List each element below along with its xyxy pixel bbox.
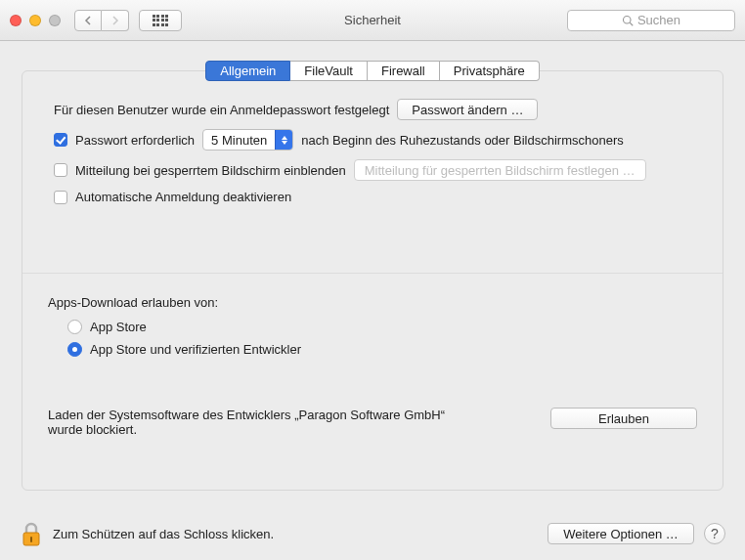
chevron-updown-icon <box>275 130 292 150</box>
help-icon: ? <box>711 526 719 541</box>
radio-identified-developers-label: App Store und verifizierten Entwickler <box>90 342 301 357</box>
search-field[interactable]: Suchen <box>567 10 735 31</box>
allow-apps-heading: Apps-Download erlauben von: <box>48 295 697 310</box>
lock-group: Zum Schützen auf das Schloss klicken. <box>20 521 274 546</box>
require-password-checkbox[interactable] <box>54 133 67 147</box>
gatekeeper-section: Apps-Download erlauben von: App Store Ap… <box>48 295 697 437</box>
lock-hint-text: Zum Schützen auf das Schloss klicken. <box>53 527 274 541</box>
lock-icon[interactable] <box>20 521 43 546</box>
search-placeholder: Suchen <box>637 13 680 27</box>
radio-identified-developers[interactable] <box>67 342 82 357</box>
tab-bar: Allgemein FileVault Firewall Privatsphär… <box>22 61 723 81</box>
allow-blocked-button[interactable]: Erlauben <box>550 408 697 429</box>
help-button[interactable]: ? <box>704 523 725 544</box>
svg-point-0 <box>623 16 631 23</box>
require-password-delay-value: 5 Minuten <box>203 133 275 148</box>
close-window-button[interactable] <box>10 15 22 26</box>
grid-icon <box>153 15 169 26</box>
tab-general[interactable]: Allgemein <box>205 61 290 81</box>
nav-back-forward <box>74 10 129 31</box>
radio-app-store-label: App Store <box>90 320 147 334</box>
show-all-prefs-button[interactable] <box>139 10 182 31</box>
change-password-button[interactable]: Passwort ändern … <box>397 99 538 120</box>
zoom-window-button[interactable] <box>49 15 61 26</box>
advanced-options-button[interactable]: Weitere Optionen … <box>548 523 694 544</box>
show-lock-message-label: Mitteilung bei gesperrtem Bildschirm ein… <box>75 163 346 178</box>
require-password-label: Passwort erforderlich <box>75 133 195 148</box>
minimize-window-button[interactable] <box>29 15 41 26</box>
svg-line-1 <box>630 22 633 25</box>
window-titlebar: Sicherheit Suchen <box>0 0 745 41</box>
disable-autologin-checkbox[interactable] <box>54 191 67 204</box>
require-password-delay-select[interactable]: 5 Minuten <box>202 129 293 151</box>
divider <box>22 273 723 274</box>
radio-app-store[interactable] <box>67 320 82 334</box>
disable-autologin-label: Automatische Anmeldung deaktivieren <box>75 190 291 204</box>
search-icon <box>622 15 634 26</box>
nav-back-button[interactable] <box>74 10 102 31</box>
set-lock-message-button[interactable]: Mitteilung für gesperrten Bildschirm fes… <box>354 159 646 181</box>
blocked-software-text: Laden der Systemsoftware des Entwicklers… <box>48 408 478 437</box>
require-password-after-label: nach Beginn des Ruhezustands oder Bildsc… <box>301 133 624 148</box>
show-lock-message-checkbox[interactable] <box>54 163 67 177</box>
tab-firewall[interactable]: Firewall <box>368 61 440 81</box>
footer: Zum Schützen auf das Schloss klicken. We… <box>0 511 745 560</box>
nav-forward-button[interactable] <box>102 10 129 31</box>
traffic-lights <box>10 15 61 26</box>
tab-filevault[interactable]: FileVault <box>290 61 368 81</box>
svg-rect-3 <box>30 537 32 542</box>
general-panel: Für diesen Benutzer wurde ein Anmeldepas… <box>22 70 723 491</box>
content-area: Allgemein FileVault Firewall Privatsphär… <box>0 41 745 491</box>
login-password-set-label: Für diesen Benutzer wurde ein Anmeldepas… <box>54 103 389 117</box>
tab-privacy[interactable]: Privatsphäre <box>440 61 540 81</box>
